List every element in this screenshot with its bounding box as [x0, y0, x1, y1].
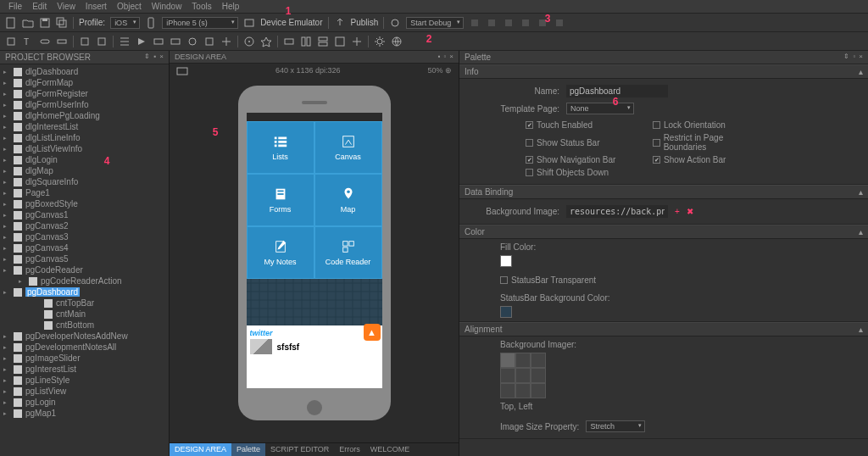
tool-icon[interactable] — [220, 36, 232, 47]
tool-icon[interactable] — [243, 36, 255, 47]
tree-item[interactable]: ▸pgCanvas3 — [0, 231, 169, 242]
debug-tool-icon[interactable] — [520, 17, 531, 29]
menu-insert[interactable]: Insert — [81, 0, 112, 13]
save-icon[interactable] — [39, 17, 51, 29]
image-size-dropdown[interactable]: Stretch — [586, 420, 645, 432]
menu-edit[interactable]: Edit — [27, 0, 52, 13]
debug-tool-icon[interactable] — [486, 17, 498, 29]
open-icon[interactable] — [22, 17, 34, 29]
tool-icon[interactable] — [283, 36, 295, 47]
tree-item[interactable]: ▸dlgMap — [0, 165, 169, 176]
alignment-grid[interactable] — [500, 353, 861, 398]
tree-item[interactable]: ▸dlgListViewInfo — [0, 143, 169, 154]
tree-item[interactable]: ▸dlgSquareInfo — [0, 176, 169, 187]
tree-item[interactable]: ▸dlgFormMap — [0, 77, 169, 88]
tree-item[interactable]: ▸Page1 — [0, 187, 169, 198]
tree-item[interactable]: ▸dlgHomePgLoading — [0, 110, 169, 121]
tab-design-area[interactable]: DESIGN AREA — [170, 443, 231, 456]
tree-item[interactable]: ▸pgCanvas4 — [0, 242, 169, 253]
tile-map[interactable]: Map — [314, 174, 382, 226]
device-dropdown[interactable]: iPhone 5 (s) — [162, 17, 238, 29]
gear-icon[interactable] — [374, 36, 386, 47]
tool-icon[interactable] — [203, 36, 215, 47]
tree-item[interactable]: ▸pgMap1 — [0, 408, 169, 419]
device-emulator-button[interactable]: Device Emulator — [260, 18, 322, 27]
tile-lists[interactable]: Lists — [247, 121, 314, 174]
tree-item[interactable]: cntMain — [0, 309, 169, 320]
tree-item[interactable]: ▸dlgFormRegister — [0, 88, 169, 99]
tab-palette[interactable]: Palette — [231, 443, 265, 456]
menu-tools[interactable]: Tools — [186, 0, 216, 13]
tree-item[interactable]: ▸pgInterestList — [0, 364, 169, 375]
check-shift[interactable] — [526, 169, 533, 176]
debug-tool-icon[interactable] — [503, 17, 515, 29]
profile-dropdown[interactable]: iOS — [110, 17, 140, 29]
tree-item[interactable]: ▸dlgLogin — [0, 154, 169, 165]
tool-icon[interactable] — [351, 36, 363, 47]
tree-item[interactable]: ▸dlgInterestList — [0, 121, 169, 132]
tree-item[interactable]: ▸pgCanvas1 — [0, 209, 169, 220]
check-action[interactable] — [653, 156, 660, 164]
menu-object[interactable]: Object — [112, 0, 147, 13]
template-dropdown[interactable]: None — [566, 103, 634, 114]
new-icon[interactable] — [5, 17, 17, 29]
debug-tool-icon[interactable] — [554, 17, 565, 29]
tile-forms[interactable]: Forms — [247, 174, 314, 226]
add-bg-icon[interactable]: + — [675, 207, 680, 216]
menu-view[interactable]: View — [52, 0, 81, 13]
phone-screen[interactable]: Lists Canvas Forms Map — [247, 113, 382, 388]
tree-item[interactable]: ▸pgLogin — [0, 397, 169, 408]
tool-icon[interactable] — [334, 36, 346, 47]
tree-item[interactable]: ▸dlgFormUserInfo — [0, 99, 169, 110]
debug-tool-icon[interactable] — [469, 17, 481, 29]
check-statusbar-transparent[interactable] — [500, 276, 508, 284]
tree-item[interactable]: ▸pgBoxedStyle — [0, 198, 169, 209]
tool-icon[interactable] — [79, 36, 91, 47]
tool-icon[interactable] — [119, 36, 131, 47]
remove-bg-icon[interactable]: ✖ — [687, 207, 693, 216]
tree-item[interactable]: ▸pgDeveloperNotesAddNew — [0, 331, 169, 342]
check-restrict[interactable] — [653, 139, 660, 147]
publish-button[interactable]: Publish — [351, 18, 379, 27]
tree-item[interactable]: ▸pgImageSlider — [0, 353, 169, 364]
tab-script-editor[interactable]: SCRIPT EDITOR — [265, 443, 334, 456]
tool-icon[interactable]: T — [22, 36, 34, 47]
project-tree[interactable]: ▸dlgDashboard▸dlgFormMap▸dlgFormRegister… — [0, 64, 169, 456]
tool-icon[interactable] — [96, 36, 108, 47]
tool-icon[interactable] — [260, 36, 272, 47]
tree-item[interactable]: cntBottom — [0, 320, 169, 331]
tree-item[interactable]: ▸pgLineStyle — [0, 375, 169, 386]
tool-icon[interactable] — [39, 36, 51, 47]
bg-image-input[interactable] — [566, 205, 668, 218]
tree-item[interactable]: ▸pgListView — [0, 386, 169, 397]
menu-file[interactable]: File — [3, 0, 27, 13]
tile-canvas[interactable]: Canvas — [314, 121, 382, 174]
map-strip[interactable] — [247, 279, 382, 325]
start-debug-dropdown[interactable]: Start Debug — [406, 17, 464, 29]
tool-icon[interactable] — [317, 36, 329, 47]
tool-icon[interactable] — [186, 36, 198, 47]
section-alignment[interactable]: Alignment — [465, 325, 502, 334]
tree-item[interactable]: cntTopBar — [0, 298, 169, 309]
tool-icon[interactable] — [153, 36, 164, 47]
check-lock[interactable] — [653, 121, 660, 129]
menu-window[interactable]: Window — [147, 0, 187, 13]
tab-errors[interactable]: Errors — [334, 443, 365, 456]
check-nav[interactable] — [526, 156, 533, 164]
tab-welcome[interactable]: WELCOME — [365, 443, 415, 456]
scroll-up-button[interactable]: ▲ — [364, 324, 381, 341]
check-status[interactable] — [526, 139, 533, 147]
tool-icon[interactable] — [56, 36, 68, 47]
section-info[interactable]: Info — [465, 67, 479, 76]
fill-color-swatch[interactable] — [500, 255, 512, 267]
menu-help[interactable]: Help — [217, 0, 245, 13]
tree-item[interactable]: ▸pgDevelopmentNotesAll — [0, 342, 169, 353]
tree-item[interactable]: ▸dlgDashboard — [0, 66, 169, 77]
zoom-icon[interactable]: ⊕ — [445, 66, 452, 75]
tool-icon[interactable] — [5, 36, 17, 47]
tree-item[interactable]: ▸pgCanvas5 — [0, 253, 169, 264]
tile-code-reader[interactable]: Code Reader — [314, 226, 382, 279]
tree-item[interactable]: ▸pgCanvas2 — [0, 220, 169, 231]
saveall-icon[interactable] — [56, 17, 68, 29]
tree-item[interactable]: ▸dlgListLineInfo — [0, 132, 169, 143]
